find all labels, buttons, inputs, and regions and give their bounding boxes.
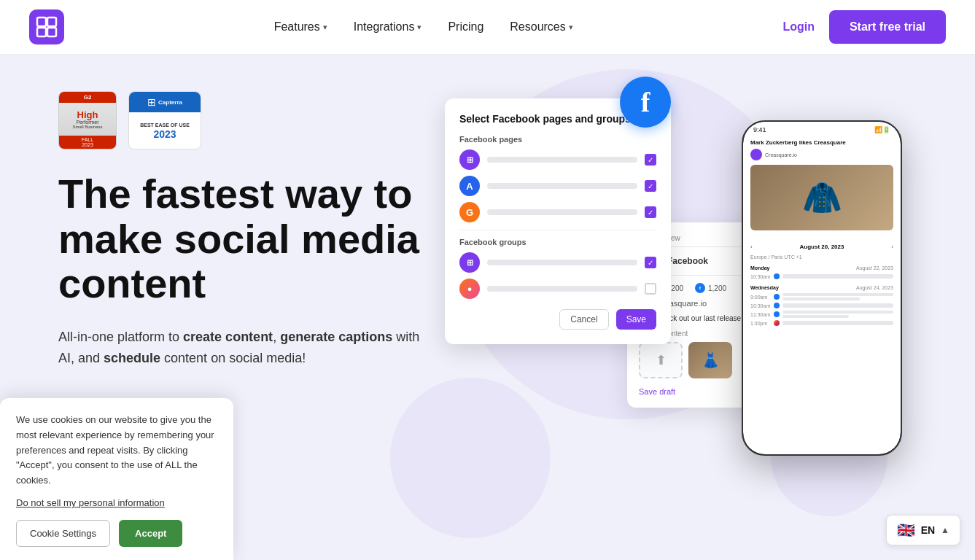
monday-event-1: 10:30am	[750, 273, 893, 279]
ig-dot-icon	[774, 320, 780, 326]
nav-features[interactable]: Features ▾	[274, 20, 327, 34]
fb-dot-icon-2	[774, 294, 780, 300]
fb-group-check-1[interactable]	[645, 257, 656, 268]
calendar-month: August 20, 2023	[800, 244, 844, 250]
calendar-header: ‹ August 20, 2023 ›	[750, 244, 893, 250]
cookie-accept-button[interactable]: Accept	[119, 520, 182, 547]
fb-page-row-3: G	[459, 202, 656, 222]
fb-page-bar-2	[487, 183, 637, 189]
pages-section-label: Facebook pages	[459, 135, 656, 144]
groups-section-label: Facebook groups	[459, 238, 656, 246]
platform-name: Facebook	[667, 256, 708, 266]
do-not-sell-link[interactable]: Do not sell my personal information	[16, 497, 217, 508]
phone-post-image: 🧥	[750, 165, 893, 230]
fb-dot-icon-3	[774, 303, 780, 308]
fb-icon-2: f	[695, 283, 705, 293]
login-button[interactable]: Login	[782, 20, 815, 34]
image-thumbnail: 👗	[688, 342, 732, 378]
phone-statusbar: 9:41 📶🔋	[743, 122, 901, 135]
save-button[interactable]: Save	[616, 309, 656, 330]
cookie-banner: We use cookies on our website to give yo…	[0, 398, 233, 560]
capterra-icon: ⊞	[147, 96, 156, 108]
fb-page-check-1[interactable]	[645, 154, 656, 166]
language-selector[interactable]: 🇬🇧 EN ▲	[886, 515, 960, 545]
facebook-icon-circle: f	[620, 77, 671, 128]
wednesday-event-1: 9:00am	[750, 293, 893, 300]
hero-subtitle: All-in-one platform to create content, g…	[58, 327, 438, 369]
phone-post-content: Mark Zuckerberg likes Creasquare Creasqu…	[743, 135, 901, 239]
phone-user-row: Creasquare.io	[750, 149, 893, 160]
fb-group-row-2: ●	[459, 279, 656, 299]
nav-actions: Login Start free trial	[782, 10, 946, 44]
cookie-buttons: Cookie Settings Accept	[16, 520, 217, 547]
calendar-day-monday: Monday August 22, 2023 10:30am	[750, 265, 893, 279]
phone-screen: 9:41 📶🔋 Mark Zuckerberg likes Creasquare…	[743, 122, 901, 454]
fb-page-check-2[interactable]	[645, 180, 656, 192]
svg-rect-0	[37, 18, 46, 26]
phone-calendar: ‹ August 20, 2023 › Europe / Paris UTC +…	[743, 239, 901, 336]
phone-username: Creasquare.io	[765, 152, 797, 158]
modal-divider	[459, 230, 656, 230]
svg-rect-2	[37, 28, 46, 36]
prev-month-icon[interactable]: ‹	[750, 244, 753, 250]
flag-icon: 🇬🇧	[897, 521, 915, 539]
comments-stat: f 1,200	[695, 283, 726, 293]
save-draft-button[interactable]: Save draft	[639, 387, 675, 396]
language-code: EN	[921, 524, 935, 536]
chevron-down-icon: ▾	[569, 23, 573, 32]
wednesday-event-2: 10:30am	[750, 303, 893, 308]
facebook-pages-modal: Select Facebook pages and groups Faceboo…	[445, 98, 671, 344]
phone-mockup: 9:41 📶🔋 Mark Zuckerberg likes Creasquare…	[742, 120, 902, 456]
svg-rect-1	[47, 18, 56, 26]
nav-links: Features ▾ Integrations ▾ Pricing Resour…	[274, 20, 573, 34]
hero-right: f Select Facebook pages and groups Faceb…	[438, 91, 917, 529]
upload-icon: ⬆	[656, 352, 667, 368]
fb-dot-icon-4	[774, 311, 780, 317]
logo[interactable]	[29, 9, 64, 44]
g2-badge: G2 High Performer Small Business FALL 20…	[58, 91, 117, 149]
fb-group-avatar-1: ⊞	[459, 252, 480, 273]
upload-button[interactable]: ⬆	[639, 342, 683, 378]
cancel-button[interactable]: Cancel	[559, 309, 608, 330]
fb-group-bar-1	[487, 260, 637, 265]
calendar-day-wednesday: Wednesday August 24, 2023 9:00am	[750, 285, 893, 326]
fb-group-check-2[interactable]	[645, 283, 656, 295]
wednesday-event-3: 11:30am	[750, 311, 893, 318]
phone-user-avatar	[750, 149, 762, 160]
fb-dot-icon	[774, 273, 780, 279]
svg-rect-3	[47, 28, 56, 36]
logo-icon	[29, 9, 64, 44]
navbar: Features ▾ Integrations ▾ Pricing Resour…	[0, 0, 975, 55]
fb-page-avatar-3: G	[459, 202, 480, 222]
chevron-up-icon: ▲	[941, 525, 949, 535]
next-month-icon[interactable]: ›	[891, 244, 893, 250]
photo-icon: 🧥	[802, 179, 842, 217]
trial-button[interactable]: Start free trial	[829, 10, 946, 44]
fb-page-bar-3	[487, 209, 637, 215]
cookie-settings-button[interactable]: Cookie Settings	[16, 520, 110, 547]
fb-page-avatar-1: ⊞	[459, 149, 480, 170]
fb-page-row-1: ⊞	[459, 149, 656, 170]
fb-group-row-1: ⊞	[459, 252, 656, 273]
chevron-down-icon: ▾	[417, 23, 422, 32]
hero-title: The fastest way to make social media con…	[58, 171, 438, 306]
nav-pricing[interactable]: Pricing	[448, 20, 483, 34]
cookie-text: We use cookies on our website to give yo…	[16, 413, 217, 489]
nav-integrations[interactable]: Integrations ▾	[354, 20, 422, 34]
nav-resources[interactable]: Resources ▾	[510, 20, 572, 34]
fb-page-check-3[interactable]	[645, 206, 656, 218]
modal-actions: Cancel Save	[459, 309, 656, 330]
fb-page-bar-1	[487, 157, 637, 163]
fb-page-avatar-2: A	[459, 176, 480, 196]
wednesday-event-4: 1:30pm	[750, 320, 893, 326]
capterra-badge: ⊞ Capterra BEST EASE OF USE 2023	[128, 91, 201, 149]
fb-page-row-2: A	[459, 176, 656, 196]
fb-group-bar-2	[487, 286, 637, 292]
timezone-label: Europe / Paris UTC +1	[750, 254, 893, 260]
phone-post-title: Mark Zuckerberg likes Creasquare	[750, 139, 893, 146]
trust-badges: G2 High Performer Small Business FALL 20…	[58, 91, 438, 149]
fb-group-avatar-2: ●	[459, 279, 480, 299]
hero-left: G2 High Performer Small Business FALL 20…	[58, 91, 438, 392]
chevron-down-icon: ▾	[323, 23, 327, 32]
